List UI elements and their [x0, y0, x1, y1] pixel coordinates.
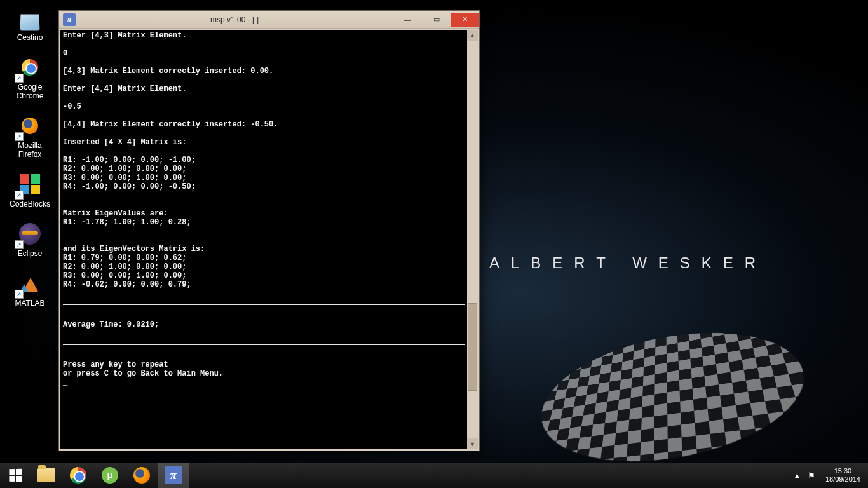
desktop-icon-label: Cestino	[17, 33, 43, 42]
utorrent-icon: µ	[101, 466, 119, 484]
taskbar-item-mozilla-firefox[interactable]	[126, 463, 158, 488]
desktop-icon-recycle-bin[interactable]: Cestino	[5, 4, 55, 42]
mozilla-firefox-icon: ↗	[16, 112, 44, 140]
clock-date: 18/09/2014	[825, 475, 860, 484]
shortcut-arrow-icon: ↗	[15, 132, 24, 141]
action-center-icon[interactable]: ⚑	[808, 471, 815, 480]
close-button[interactable]: ✕	[451, 13, 479, 27]
windows-logo-icon	[9, 469, 22, 482]
desktop-icons: Cestino↗GoogleChrome↗MozillaFirefox↗Code…	[5, 4, 55, 308]
mozilla-firefox-icon	[133, 466, 151, 484]
window-title: msp v1.00 - [ ]	[76, 15, 393, 24]
console-area: Enter [4,3] Matrix Element. 0 [4,3] Matr…	[60, 30, 478, 449]
console-divider	[63, 304, 465, 305]
clock[interactable]: 15:30 18/09/2014	[822, 467, 864, 484]
desktop-icon-label: Eclipse	[18, 249, 43, 258]
show-hidden-icons[interactable]: ▲	[793, 471, 801, 480]
console-text-bot: Press any key to repeat or press C to go…	[63, 360, 223, 387]
wallpaper-text: ALBERT WESKER	[489, 254, 767, 272]
system-tray: ▲ ⚑ 15:30 18/09/2014	[793, 467, 868, 484]
google-chrome-icon: ↗	[16, 53, 44, 81]
eclipse-icon: ↗	[16, 220, 44, 248]
msp-window: π msp v1.00 - [ ] — ▭ ✕ Enter [4,3] Matr…	[58, 10, 480, 451]
maximize-button[interactable]: ▭	[422, 13, 451, 27]
shortcut-arrow-icon: ↗	[15, 191, 24, 200]
codeblocks-icon: ↗	[16, 170, 44, 198]
desktop-icon-label: MATLAB	[15, 299, 44, 308]
console-output[interactable]: Enter [4,3] Matrix Element. 0 [4,3] Matr…	[60, 30, 467, 449]
vertical-scrollbar[interactable]: ▲ ▼	[467, 30, 478, 449]
desktop-icon-eclipse[interactable]: ↗Eclipse	[5, 220, 55, 258]
desktop-icon-label: GoogleChrome	[17, 83, 44, 100]
pi-icon: π	[63, 13, 76, 26]
desktop: ALBERT WESKER Cestino↗GoogleChrome↗Mozil…	[0, 0, 868, 488]
window-controls: — ▭ ✕	[393, 13, 479, 27]
start-button[interactable]	[0, 463, 31, 488]
shortcut-arrow-icon: ↗	[15, 74, 24, 83]
desktop-icon-google-chrome[interactable]: ↗GoogleChrome	[5, 53, 55, 100]
shortcut-arrow-icon: ↗	[15, 240, 24, 249]
desktop-icon-codeblocks[interactable]: ↗CodeBlocks	[5, 170, 55, 208]
scroll-track[interactable]	[467, 41, 478, 438]
console-text-top: Enter [4,3] Matrix Element. 0 [4,3] Matr…	[63, 31, 278, 289]
google-chrome-icon	[69, 466, 87, 484]
taskbar-items: µπ	[31, 463, 189, 488]
taskbar: µπ ▲ ⚑ 15:30 18/09/2014	[0, 463, 868, 488]
scroll-thumb[interactable]	[468, 303, 477, 391]
desktop-icon-mozilla-firefox[interactable]: ↗MozillaFirefox	[5, 112, 55, 159]
taskbar-item-file-explorer[interactable]	[31, 463, 62, 488]
wallpaper-pattern	[526, 315, 826, 474]
taskbar-item-msp-app[interactable]: π	[158, 463, 189, 488]
msp-app-icon: π	[165, 466, 182, 484]
clock-time: 15:30	[825, 467, 860, 475]
desktop-icon-label: CodeBlocks	[10, 200, 50, 208]
taskbar-item-utorrent[interactable]: µ	[94, 463, 126, 488]
console-divider	[63, 344, 465, 345]
minimize-button[interactable]: —	[393, 13, 422, 27]
matlab-icon: ↗	[16, 269, 44, 297]
scroll-up-button[interactable]: ▲	[467, 30, 478, 41]
titlebar[interactable]: π msp v1.00 - [ ] — ▭ ✕	[59, 11, 479, 29]
desktop-icon-matlab[interactable]: ↗MATLAB	[5, 269, 55, 308]
scroll-down-button[interactable]: ▼	[467, 438, 478, 449]
desktop-icon-label: MozillaFirefox	[18, 141, 41, 159]
shortcut-arrow-icon: ↗	[15, 290, 24, 299]
file-explorer-icon	[37, 466, 55, 484]
console-text-mid: Average Time: 0.0210;	[63, 320, 159, 329]
recycle-bin-icon	[16, 4, 44, 32]
taskbar-item-google-chrome[interactable]	[62, 463, 94, 488]
